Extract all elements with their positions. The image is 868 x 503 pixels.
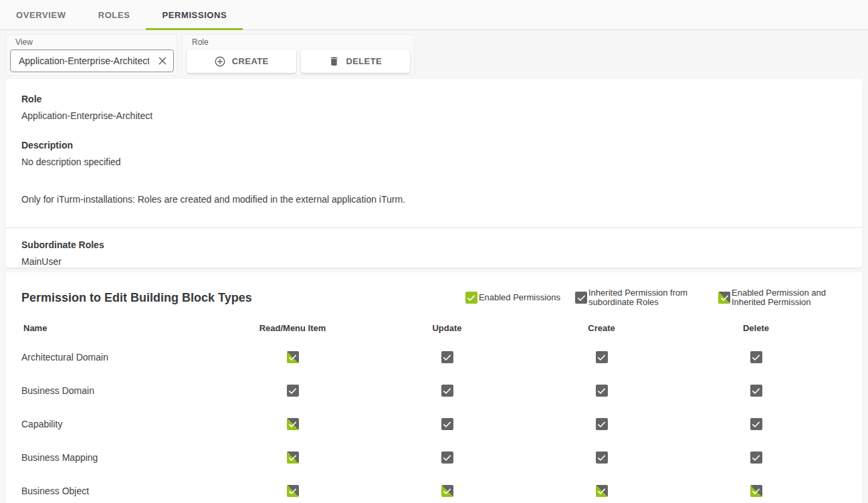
table-row: Architectural Domain <box>21 340 847 374</box>
permission-checkbox-delete[interactable] <box>750 351 762 363</box>
permission-checkbox-read[interactable] <box>287 485 299 497</box>
legend-enabled-checkbox-icon <box>465 292 477 304</box>
role-field-value: Application-Enterprise-Architect <box>21 110 847 121</box>
x-icon <box>157 56 168 66</box>
legend-inherited-label: Inherited Permission from subordinate Ro… <box>588 288 703 307</box>
legend-both-checkbox-icon <box>718 292 730 304</box>
permissions-table: Name Read/Menu Item Update Create Delete… <box>5 315 863 503</box>
delete-button[interactable]: DELETE <box>301 49 411 73</box>
legend-enabled-label: Enabled Permissions <box>479 293 560 302</box>
view-label: View <box>15 37 173 47</box>
permission-checkbox-update[interactable] <box>441 451 453 464</box>
subordinate-roles-value: MainUser <box>21 256 847 267</box>
tab-permissions[interactable]: PERMISSIONS <box>146 0 243 29</box>
tab-overview[interactable]: OVERVIEW <box>0 0 82 29</box>
column-header-update: Update <box>432 323 461 333</box>
legend: Enabled Permissions Inherited Permission… <box>465 288 847 307</box>
tab-roles[interactable]: ROLES <box>82 0 146 29</box>
permission-checkbox-read[interactable] <box>287 385 299 397</box>
permission-checkbox-create[interactable] <box>596 418 608 430</box>
view-input[interactable] <box>10 49 174 72</box>
tab-bar: OVERVIEW ROLES PERMISSIONS <box>0 0 868 30</box>
table-row: Business Object <box>21 474 847 503</box>
permission-checkbox-update[interactable] <box>441 351 453 363</box>
column-header-read: Read/Menu Item <box>259 323 326 333</box>
column-header-create: Create <box>588 323 615 333</box>
row-name: Capability <box>21 419 215 429</box>
row-name: Architectural Domain <box>21 352 215 363</box>
clear-view-button[interactable] <box>155 54 170 68</box>
legend-inherited-checkbox-icon <box>575 292 587 304</box>
permission-checkbox-create[interactable] <box>596 351 608 363</box>
trash-icon <box>328 56 340 67</box>
create-button-label: CREATE <box>232 56 269 66</box>
description-field-label: Description <box>21 140 847 150</box>
role-actions-group: Role CREATE DELETE <box>182 34 415 76</box>
permission-checkbox-update[interactable] <box>441 485 453 497</box>
legend-item-enabled: Enabled Permissions <box>465 292 560 304</box>
permission-checkbox-delete[interactable] <box>750 385 762 397</box>
permission-checkbox-delete[interactable] <box>750 418 762 430</box>
row-name: Business Domain <box>21 385 215 396</box>
table-header-row: Name Read/Menu Item Update Create Delete <box>21 315 847 340</box>
create-button[interactable]: CREATE <box>187 49 296 73</box>
role-actions-label: Role <box>192 37 410 47</box>
permission-checkbox-create[interactable] <box>596 451 608 464</box>
legend-item-both: Enabled Permission and Inherited Permiss… <box>718 288 847 307</box>
column-header-name: Name <box>21 323 215 333</box>
table-row: Business Mapping <box>21 441 847 474</box>
view-filter-group: View <box>5 34 177 76</box>
column-header-delete: Delete <box>743 323 769 333</box>
role-field-label: Role <box>21 94 847 104</box>
role-details-card: Role Application-Enterprise-Architect De… <box>5 79 863 268</box>
permission-checkbox-delete[interactable] <box>750 451 762 464</box>
permission-checkbox-delete[interactable] <box>750 485 762 497</box>
permissions-card: Permission to Edit Building Block Types … <box>5 272 863 503</box>
permission-checkbox-update[interactable] <box>441 418 453 430</box>
row-name: Business Object <box>21 486 215 496</box>
row-name: Business Mapping <box>21 452 215 463</box>
table-row: Capability <box>21 407 847 441</box>
permission-checkbox-read[interactable] <box>287 451 299 464</box>
permission-checkbox-create[interactable] <box>596 385 608 397</box>
table-row: Business Domain <box>21 374 847 407</box>
description-field-value: No description specified <box>21 157 847 167</box>
permission-checkbox-update[interactable] <box>441 385 453 397</box>
permission-checkbox-read[interactable] <box>287 418 299 430</box>
permission-checkbox-create[interactable] <box>596 485 608 497</box>
permission-checkbox-read[interactable] <box>287 351 299 363</box>
toolbar: View Role CREATE <box>0 30 868 79</box>
plus-circle-icon <box>214 56 226 68</box>
legend-both-label: Enabled Permission and Inherited Permiss… <box>732 288 847 307</box>
delete-button-label: DELETE <box>346 56 382 66</box>
legend-item-inherited: Inherited Permission from subordinate Ro… <box>575 288 703 307</box>
iturm-note: Only for iTurm-installations: Roles are … <box>21 194 847 205</box>
subordinate-roles-label: Subordinate Roles <box>21 239 847 250</box>
permissions-title: Permission to Edit Building Block Types <box>21 291 252 305</box>
